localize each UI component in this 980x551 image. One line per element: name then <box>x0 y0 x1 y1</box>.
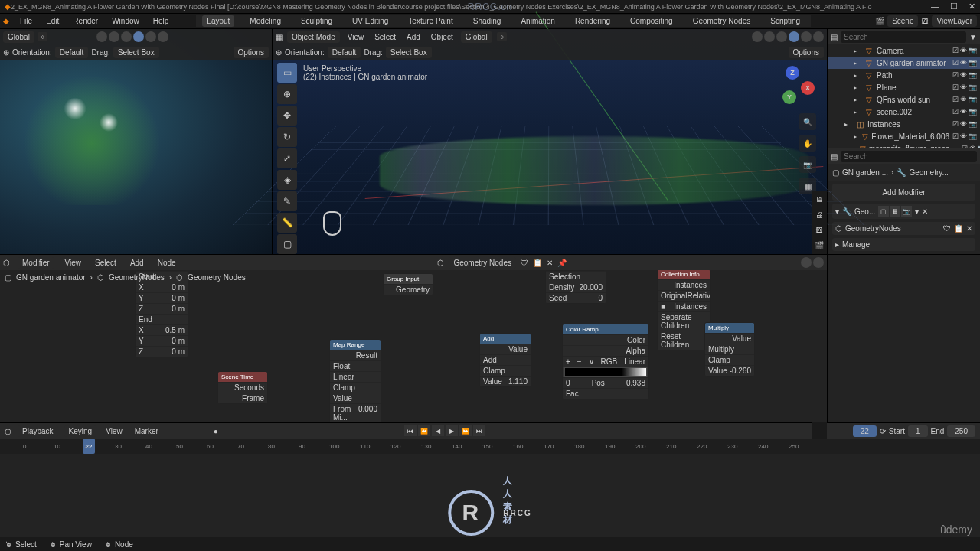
tab-rendering[interactable]: Rendering <box>570 15 615 27</box>
exclude-icon[interactable]: ☑ <box>952 83 959 91</box>
pan-icon[interactable]: ✋ <box>799 135 816 152</box>
nodetree-dup-icon[interactable]: 📋 <box>533 259 542 267</box>
left-global-drop[interactable]: Global <box>3 31 34 43</box>
tab-shading[interactable]: Shading <box>469 15 506 27</box>
zoom-icon[interactable]: 🔍 <box>799 113 816 130</box>
tool-cursor[interactable]: ⊕ <box>277 84 297 104</box>
left-shade-solid-icon[interactable] <box>133 31 144 42</box>
nodegroup-name[interactable]: GeometryNodes <box>845 224 901 233</box>
gizmo-z[interactable]: Z <box>786 66 799 80</box>
sync-icon[interactable]: ⟳ <box>880 427 886 435</box>
tab-uv[interactable]: UV Editing <box>348 15 393 27</box>
nodegroup-dup-icon[interactable]: 📋 <box>954 224 963 233</box>
prop-tab-scene[interactable]: 🎬 <box>812 237 827 253</box>
mode-drop[interactable]: Object Mode <box>287 31 340 43</box>
exclude-icon[interactable]: ☑ <box>952 96 959 103</box>
exclude-icon[interactable]: ☑ <box>952 108 959 116</box>
vp-orientation-drop[interactable]: Default <box>328 47 361 58</box>
outliner-row[interactable]: ▸ ▽ margarita_flower_green_.. ☑👁📷 <box>828 142 980 148</box>
mod-render-icon[interactable]: 📷 <box>901 206 912 217</box>
tree-toggle-icon[interactable]: ▸ <box>854 109 861 116</box>
visibility-icon[interactable]: 👁 <box>960 108 967 116</box>
outliner-search[interactable] <box>841 31 966 43</box>
props-search[interactable] <box>841 151 977 162</box>
menu-edit[interactable]: Edit <box>43 15 62 27</box>
play-rev-icon[interactable]: ◀ <box>432 425 444 436</box>
nodegroup-fake-icon[interactable]: 🛡 <box>943 224 951 233</box>
manage-toggle-icon[interactable]: ▸ <box>835 240 839 249</box>
shade-wire-icon[interactable] <box>776 31 787 42</box>
left-shade-render-icon[interactable] <box>158 31 168 42</box>
manage-row[interactable]: ▸ Manage <box>832 238 975 251</box>
node-scene-time[interactable]: Scene Time Seconds Frame <box>217 371 268 404</box>
nodetree-fake-icon[interactable]: 🛡 <box>521 259 528 267</box>
timeline-type-icon[interactable]: ◷ <box>5 427 11 435</box>
group-input-title[interactable]: Group Input <box>384 274 433 284</box>
nodetree-pin-icon[interactable]: 📌 <box>557 259 567 267</box>
viewlayer-selector[interactable]: ViewLayer <box>932 15 977 27</box>
node-collection-info[interactable]: Collection Info Instances OriginalRelati… <box>657 269 710 350</box>
camera-icon[interactable]: 📷 <box>799 156 816 173</box>
menu-window[interactable]: Window <box>109 15 142 27</box>
exclude-icon[interactable]: ☑ <box>952 132 959 140</box>
exclude-icon[interactable]: ☑ <box>952 120 959 128</box>
render-vis-icon[interactable]: 📷 <box>969 59 977 67</box>
right-viewport[interactable]: ▦ Object Mode View Select Add Object Glo… <box>272 29 827 254</box>
node-path-tree[interactable]: GeometryNodes <box>109 273 165 282</box>
outliner-row[interactable]: ▸ ▽ QFns world sun ☑👁📷 <box>828 93 980 106</box>
tab-modeling[interactable]: Modeling <box>245 15 286 27</box>
link-icon[interactable]: ⟐ <box>38 32 47 41</box>
jump-end-icon[interactable]: ⏭ <box>473 425 485 436</box>
node-color-ramp[interactable]: Color Ramp Color Alpha +−∨RGBLinear 0Pos… <box>562 324 649 399</box>
prop-tab-render[interactable]: 🖥 <box>812 191 827 207</box>
add-title[interactable]: Add <box>480 334 531 344</box>
outliner-row[interactable]: ▸ ▽ Plane ☑👁📷 <box>828 81 980 93</box>
crumb-obj[interactable]: GN garden ... <box>842 168 888 177</box>
tool-move[interactable]: ✥ <box>277 106 297 126</box>
render-vis-icon[interactable]: 📷 <box>969 96 977 103</box>
visibility-icon[interactable]: 👁 <box>960 120 967 128</box>
editor-type-icon[interactable]: ▦ <box>276 33 283 41</box>
visibility-icon[interactable]: 👁 <box>960 47 967 54</box>
outliner-row[interactable]: ▸ ▽ scene.002 ☑👁📷 <box>828 106 980 118</box>
tree-toggle-icon[interactable]: ▸ <box>844 121 852 128</box>
minimize-button[interactable]: — <box>931 2 939 11</box>
drag-drop[interactable]: Select Box <box>113 47 159 58</box>
crumb-mod[interactable]: Geometry... <box>909 168 949 177</box>
modifier-name[interactable]: Geo... <box>854 207 875 216</box>
scene-selector[interactable]: Scene <box>887 15 918 27</box>
exclude-icon[interactable]: ☑ <box>952 47 959 54</box>
jump-start-icon[interactable]: ⏮ <box>404 425 416 436</box>
vp-options[interactable]: Options <box>789 47 824 58</box>
node-vector[interactable]: Start X0 m Y0 m Z0 m End X0.5 m Y0 m Z0 … <box>135 270 188 357</box>
shade-render-icon[interactable] <box>813 31 824 42</box>
left-shade-mat-icon[interactable] <box>145 31 156 42</box>
tree-toggle-icon[interactable]: ▸ <box>854 96 861 103</box>
tool-annotate[interactable]: ✎ <box>277 191 297 211</box>
left-viewport[interactable]: Global ⟐ ⊕ Orientation: Default Drag: Se… <box>0 29 272 254</box>
left-snap-icon[interactable] <box>96 31 107 42</box>
node-add[interactable]: Add Value Add Clamp Value1.110 <box>479 333 531 387</box>
mod-realtime-icon[interactable]: 🖥 <box>890 206 900 217</box>
left-snap2-icon[interactable] <box>109 31 119 42</box>
visibility-icon[interactable]: 👁 <box>960 132 967 140</box>
render-vis-icon[interactable]: 📷 <box>969 83 977 91</box>
render-vis-icon[interactable]: 📷 <box>969 108 977 116</box>
vp-view[interactable]: View <box>345 31 368 43</box>
vp-add[interactable]: Add <box>403 31 423 43</box>
shade-solid-icon[interactable] <box>789 31 799 42</box>
node-overlay-icon[interactable] <box>801 257 812 268</box>
multiply-title[interactable]: Multiply <box>705 323 754 333</box>
menu-render[interactable]: Render <box>70 15 101 27</box>
tab-geonodes[interactable]: Geometry Nodes <box>688 15 756 27</box>
prop-tab-viewlayer[interactable]: 🖼 <box>812 222 827 237</box>
left-shade-wire-icon[interactable] <box>121 31 132 42</box>
node-editor-type-icon[interactable]: ⬡ <box>3 259 10 267</box>
map-range-title[interactable]: Map Range <box>330 340 381 350</box>
collection-title[interactable]: Collection Info <box>658 269 710 279</box>
node-path-obj[interactable]: GN garden animator <box>16 273 86 282</box>
node-multiply[interactable]: Multiply Value Multiply Clamp Value-0.26… <box>704 322 755 377</box>
node-view[interactable]: View <box>62 257 85 269</box>
vp-object[interactable]: Object <box>428 31 456 43</box>
vp-drag-drop[interactable]: Select Box <box>386 47 432 58</box>
